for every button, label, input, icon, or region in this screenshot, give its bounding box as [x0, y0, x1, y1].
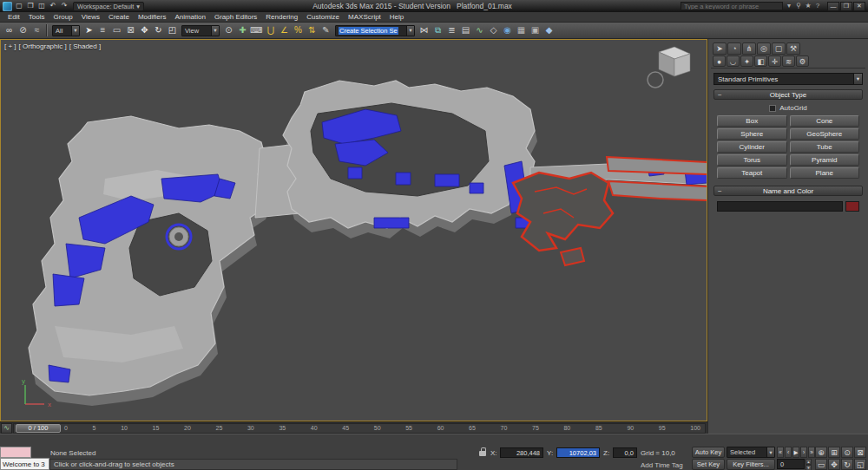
- keyboard-override-icon[interactable]: ⌨: [250, 24, 263, 37]
- category-cameras[interactable]: ◧: [754, 55, 767, 67]
- menu-item[interactable]: Graph Editors: [210, 12, 261, 22]
- select-by-name-icon[interactable]: ≡: [96, 24, 109, 37]
- autogrid-checkbox[interactable]: [769, 105, 776, 112]
- previous-frame-button[interactable]: ‹: [785, 447, 792, 458]
- new-scene-icon[interactable]: ▢: [14, 1, 24, 11]
- select-and-manipulate-icon[interactable]: ✚: [236, 24, 249, 37]
- redo-icon[interactable]: ↷: [59, 1, 69, 11]
- object-type-button[interactable]: Plane: [790, 167, 860, 179]
- maximize-viewport-icon[interactable]: ◱: [854, 459, 866, 470]
- object-type-button[interactable]: GeoSphere: [790, 128, 860, 140]
- viewport-shading-menu[interactable]: [ Shaded ]: [69, 42, 101, 50]
- object-type-button[interactable]: Torus: [717, 154, 787, 166]
- object-type-button[interactable]: Tube: [790, 141, 860, 153]
- workspace-dropdown[interactable]: Workspace: Default ▾: [73, 2, 144, 11]
- menu-item[interactable]: Tools: [24, 12, 49, 22]
- category-shapes[interactable]: ◡: [727, 55, 740, 67]
- go-to-start-button[interactable]: «: [777, 447, 784, 458]
- object-color-swatch[interactable]: [845, 201, 859, 212]
- align-icon[interactable]: ⧉: [431, 24, 444, 37]
- zoom-extents-icon[interactable]: ⊙: [841, 447, 853, 458]
- viewport-pov-menu[interactable]: [ Orthographic ]: [19, 42, 67, 50]
- select-and-link-icon[interactable]: ∞: [3, 24, 16, 37]
- go-to-end-button[interactable]: »: [808, 447, 815, 458]
- pan-icon[interactable]: ✥: [828, 459, 840, 470]
- object-type-rollout-header[interactable]: − Object Type: [713, 89, 863, 100]
- close-button[interactable]: ✕: [853, 2, 865, 11]
- object-type-button[interactable]: Sphere: [717, 128, 787, 140]
- menu-item[interactable]: Edit: [3, 12, 24, 22]
- ribbon-toggle-icon[interactable]: ▤: [459, 24, 472, 37]
- schematic-view-icon[interactable]: ◇: [487, 24, 500, 37]
- x-coordinate-field[interactable]: 280,448: [500, 447, 543, 458]
- object-type-button[interactable]: Pyramid: [790, 154, 860, 166]
- menu-item[interactable]: Help: [385, 12, 408, 22]
- view-cube[interactable]: [648, 47, 690, 88]
- zoom-extents-all-icon[interactable]: ⊠: [854, 447, 866, 458]
- auto-key-button[interactable]: Auto Key: [692, 447, 725, 458]
- tab-display[interactable]: ▢: [772, 42, 786, 55]
- angle-snap-icon[interactable]: ∠: [278, 24, 291, 37]
- menu-item[interactable]: Views: [77, 12, 104, 22]
- unlink-selection-icon[interactable]: ⊘: [16, 24, 30, 37]
- select-object-icon[interactable]: ➤: [82, 24, 95, 37]
- menu-item[interactable]: Rendering: [261, 12, 302, 22]
- tab-utilities[interactable]: ⚒: [786, 42, 800, 55]
- time-slider-track[interactable]: 0 / 100 05101520253035404550556065707580…: [13, 423, 706, 434]
- layer-manager-icon[interactable]: ≣: [445, 24, 458, 37]
- object-name-input[interactable]: [717, 201, 843, 212]
- time-slider-handle[interactable]: 0 / 100: [16, 424, 61, 433]
- viewport-general-menu[interactable]: [ + ]: [4, 42, 16, 50]
- menu-item[interactable]: Group: [49, 12, 76, 22]
- object-type-button[interactable]: Cone: [790, 115, 860, 127]
- menu-item[interactable]: Animation: [170, 12, 210, 22]
- name-color-rollout-header[interactable]: − Name and Color: [713, 186, 863, 196]
- tab-hierarchy[interactable]: ⋔: [742, 42, 756, 55]
- zoom-icon[interactable]: ⊕: [815, 447, 827, 458]
- zoom-region-icon[interactable]: ▭: [815, 459, 827, 470]
- edit-named-sets-icon[interactable]: ✎: [319, 24, 332, 37]
- search-scope-icon[interactable]: ▾: [785, 2, 793, 11]
- tab-modify[interactable]: ◔: [727, 42, 741, 55]
- menu-item[interactable]: Create: [104, 12, 134, 22]
- menu-item[interactable]: MAXScript: [344, 12, 385, 22]
- tab-motion[interactable]: ◎: [757, 42, 771, 55]
- maxscript-listener-line[interactable]: Welcome to 3: [0, 458, 49, 470]
- tab-create[interactable]: ➤: [713, 42, 727, 55]
- max-logo-icon[interactable]: [3, 2, 12, 11]
- zoom-all-icon[interactable]: ⊞: [828, 447, 840, 458]
- maxscript-mini-listener[interactable]: [0, 447, 31, 458]
- category-helpers[interactable]: ✛: [768, 55, 781, 67]
- category-geometry[interactable]: ●: [713, 55, 726, 67]
- select-and-scale-icon[interactable]: ◰: [166, 24, 179, 37]
- key-set-dropdown[interactable]: Selected▼: [727, 447, 775, 458]
- selection-lock-icon[interactable]: [479, 451, 486, 456]
- search-icon[interactable]: ⚲: [794, 2, 803, 11]
- star-icon[interactable]: ★: [804, 2, 812, 11]
- spinner-snap-icon[interactable]: ⇅: [306, 24, 319, 37]
- menu-item[interactable]: Customize: [302, 12, 344, 22]
- orbit-icon[interactable]: ↻: [841, 459, 853, 470]
- mirror-icon[interactable]: ⋈: [418, 24, 431, 37]
- undo-icon[interactable]: ↶: [48, 1, 58, 11]
- minimize-button[interactable]: —: [827, 2, 839, 11]
- snaps-toggle-icon[interactable]: ⋃: [264, 24, 277, 37]
- select-and-rotate-icon[interactable]: ↻: [152, 24, 165, 37]
- open-file-icon[interactable]: ❒: [25, 1, 36, 11]
- render-setup-icon[interactable]: ▦: [515, 24, 528, 37]
- key-filters-button[interactable]: Key Filters...: [727, 459, 775, 470]
- object-type-button[interactable]: Box: [717, 115, 787, 127]
- menu-item[interactable]: Modifiers: [134, 12, 170, 22]
- selection-filter-dropdown[interactable]: All▼: [52, 25, 80, 36]
- play-button[interactable]: ▶: [792, 447, 799, 458]
- category-lights[interactable]: ✦: [740, 55, 753, 67]
- current-frame-field[interactable]: 0: [777, 459, 805, 469]
- object-type-button[interactable]: Teapot: [717, 167, 787, 179]
- coordinate-system-dropdown[interactable]: View▼: [181, 25, 220, 36]
- category-space-warps[interactable]: ≋: [782, 55, 795, 67]
- open-mini-curve-editor-button[interactable]: ∿: [1, 423, 12, 434]
- curve-editor-icon[interactable]: ∿: [473, 24, 486, 37]
- next-frame-button[interactable]: ›: [800, 447, 807, 458]
- named-selection-sets-dropdown[interactable]: Create Selection Se▼: [335, 25, 415, 36]
- category-systems[interactable]: ⚙: [796, 55, 809, 67]
